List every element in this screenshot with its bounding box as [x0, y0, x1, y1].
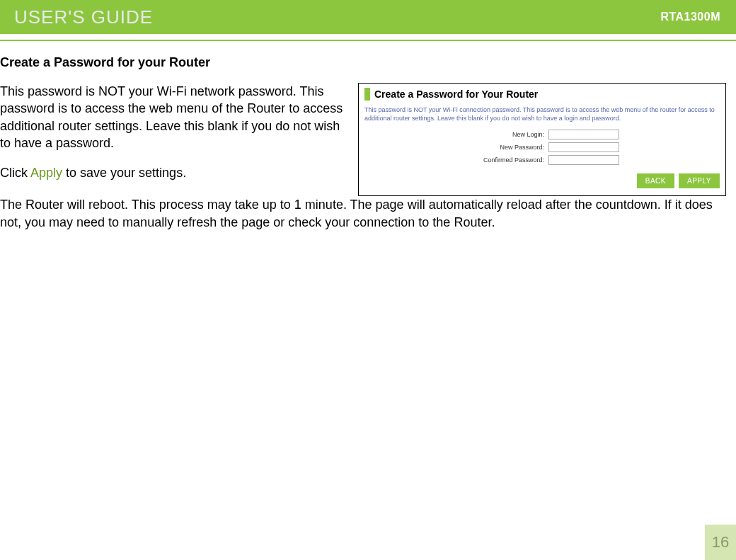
section-heading: Create a Password for your Router	[0, 55, 730, 70]
para2-post: to save your settings.	[62, 166, 186, 180]
new-login-label: New Login:	[364, 131, 548, 138]
paragraph-1: This password is NOT your Wi-Fi network …	[0, 83, 347, 152]
panel-buttons: BACK APPLY	[364, 173, 720, 188]
panel-marker-icon	[364, 88, 370, 101]
form-row-password: New Password:	[364, 142, 720, 152]
confirm-password-label: Confirmed Password:	[364, 156, 548, 164]
right-column: Create a Password for Your Router This p…	[358, 83, 730, 196]
form-row-login: New Login:	[364, 130, 720, 139]
panel-description: This password is NOT your Wi-Fi connecti…	[364, 106, 720, 122]
left-column: This password is NOT your Wi-Fi network …	[0, 83, 347, 194]
back-button[interactable]: BACK	[637, 173, 674, 188]
apply-button[interactable]: APPLY	[679, 173, 720, 188]
apply-word: Apply	[30, 166, 62, 180]
header-title: USER'S GUIDE	[14, 6, 153, 28]
panel-title: Create a Password for Your Router	[374, 88, 538, 100]
page-number: 16	[712, 533, 729, 552]
content-area: Create a Password for your Router This p…	[0, 41, 736, 231]
panel-title-row: Create a Password for Your Router	[364, 88, 720, 101]
form-row-confirm: Confirmed Password:	[364, 155, 720, 165]
header-model: RTA1300M	[660, 11, 728, 23]
header-bar: USER'S GUIDE RTA1300M	[0, 0, 736, 34]
page-number-box: 16	[705, 525, 736, 560]
new-password-input[interactable]	[548, 142, 619, 152]
new-login-input[interactable]	[548, 130, 619, 139]
para2-pre: Click	[0, 166, 30, 180]
layout-row: This password is NOT your Wi-Fi network …	[0, 83, 730, 196]
paragraph-2: Click Apply to save your settings.	[0, 164, 347, 181]
new-password-label: New Password:	[364, 144, 548, 151]
paragraph-3: The Router will reboot. This process may…	[0, 196, 715, 231]
confirm-password-input[interactable]	[548, 155, 619, 165]
router-password-panel: Create a Password for Your Router This p…	[358, 83, 726, 196]
